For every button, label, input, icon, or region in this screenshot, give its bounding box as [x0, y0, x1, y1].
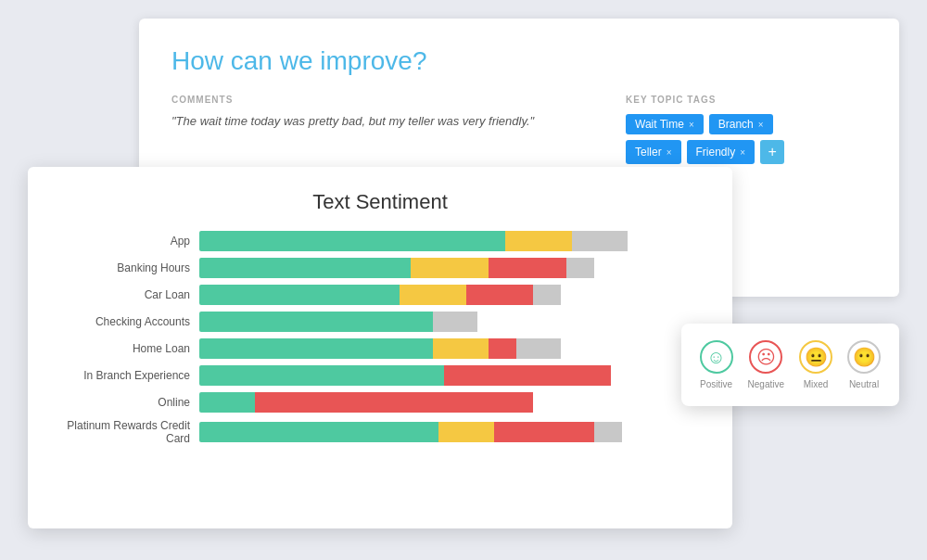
tag-branch[interactable]: Branch × [709, 114, 773, 134]
segment-neutral [433, 312, 477, 332]
segment-positive [199, 422, 438, 442]
bar-row: Home Loan [56, 338, 705, 359]
segment-negative [489, 338, 516, 359]
comment-text: "The wait time today was pretty bad, but… [171, 114, 598, 128]
tags-row-2: Teller × Friendly × + [626, 140, 867, 164]
bar-row: Banking Hours [56, 258, 705, 278]
neutral-label: Neutral [849, 379, 879, 389]
segment-mixed [438, 422, 494, 442]
segment-negative [444, 365, 611, 386]
segment-neutral [572, 231, 628, 251]
bar-label: Platinum Rewards Credit Card [56, 419, 199, 445]
segment-mixed [433, 338, 489, 359]
tags-label: KEY TOPIC TAGS [626, 95, 867, 105]
segment-neutral [533, 285, 561, 305]
bar-label: Online [56, 396, 199, 409]
sentiment-card: Text Sentiment AppBanking HoursCar LoanC… [28, 167, 732, 528]
legend-mixed: 😐 Mixed [799, 340, 832, 389]
chart-area: AppBanking HoursCar LoanChecking Account… [56, 231, 705, 445]
segment-positive [199, 231, 505, 251]
mixed-label: Mixed [804, 379, 829, 389]
legend-negative: ☹ Negative [748, 340, 784, 389]
tag-friendly-remove[interactable]: × [740, 147, 745, 158]
segment-negative [494, 422, 594, 442]
bar-container [199, 312, 705, 332]
neutral-face-icon: 😶 [847, 340, 881, 374]
segment-positive [199, 285, 400, 305]
legend-popup: ☺ Positive ☹ Negative 😐 Mixed 😶 Neutral [681, 324, 899, 406]
positive-face-icon: ☺ [700, 340, 733, 374]
tag-friendly[interactable]: Friendly × [687, 140, 756, 164]
bar-container [199, 258, 705, 278]
bar-label: In Branch Experience [56, 369, 199, 382]
bar-row: Platinum Rewards Credit Card [56, 419, 705, 445]
bar-container [199, 365, 705, 386]
mixed-face-icon: 😐 [799, 340, 832, 374]
bar-container [199, 422, 705, 442]
legend-neutral: 😶 Neutral [847, 340, 881, 389]
segment-positive [199, 258, 411, 278]
segment-negative [466, 285, 533, 305]
tag-branch-remove[interactable]: × [758, 120, 764, 130]
segment-mixed [505, 231, 572, 251]
tag-teller[interactable]: Teller × [626, 140, 681, 164]
bar-row: Car Loan [56, 285, 705, 305]
bar-row: In Branch Experience [56, 365, 705, 386]
chart-title: Text Sentiment [56, 190, 705, 214]
segment-negative [255, 392, 533, 413]
improve-title: How can we improve? [171, 46, 867, 76]
bar-row: App [56, 231, 705, 251]
segment-mixed [411, 258, 489, 278]
tag-wait-time[interactable]: Wait Time × [626, 114, 704, 134]
tag-teller-remove[interactable]: × [667, 147, 672, 158]
negative-face-icon: ☹ [749, 340, 782, 374]
segment-positive [199, 312, 433, 332]
bar-container [199, 338, 705, 359]
segment-negative [489, 258, 566, 278]
bar-label: App [56, 235, 199, 248]
bar-label: Home Loan [56, 342, 199, 355]
tag-wait-time-label: Wait Time [635, 118, 684, 131]
bar-row: Checking Accounts [56, 312, 705, 332]
segment-positive [199, 365, 444, 386]
tag-branch-label: Branch [718, 118, 754, 131]
bar-container [199, 285, 705, 305]
bar-label: Banking Hours [56, 261, 199, 274]
positive-label: Positive [700, 379, 732, 389]
segment-neutral [594, 422, 622, 442]
segment-mixed [400, 285, 466, 305]
tags-row-1: Wait Time × Branch × [626, 114, 867, 134]
bar-container [199, 392, 705, 413]
comments-label: COMMENTS [171, 95, 598, 105]
tag-friendly-label: Friendly [696, 146, 736, 159]
bar-label: Car Loan [56, 288, 199, 301]
segment-neutral [566, 258, 594, 278]
tag-teller-label: Teller [635, 146, 662, 159]
bar-label: Checking Accounts [56, 315, 199, 328]
segment-positive [199, 338, 433, 359]
tag-wait-time-remove[interactable]: × [689, 120, 694, 130]
add-tag-button[interactable]: + [760, 140, 784, 164]
negative-label: Negative [748, 379, 784, 389]
segment-neutral [516, 338, 561, 359]
segment-positive [199, 392, 255, 413]
bar-row: Online [56, 392, 705, 413]
legend-positive: ☺ Positive [700, 340, 733, 389]
bar-container [199, 231, 705, 251]
